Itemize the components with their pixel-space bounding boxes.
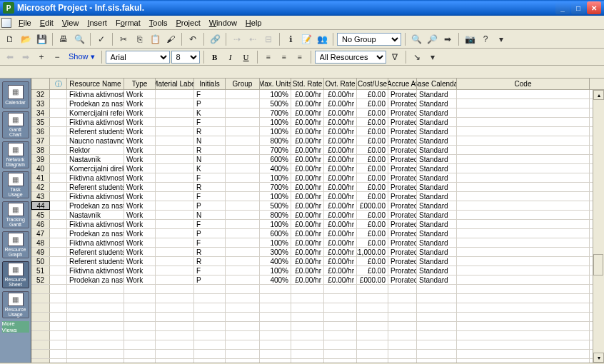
cell-group[interactable] bbox=[226, 192, 260, 201]
cell-max-units[interactable]: 100% bbox=[260, 90, 291, 98]
cell-base-calendar[interactable]: Standard bbox=[417, 90, 457, 98]
cell-std-rate[interactable]: £0.00/hr bbox=[291, 173, 324, 182]
cell-code[interactable] bbox=[457, 183, 590, 191]
row-header[interactable]: 32 bbox=[31, 90, 50, 98]
cell-accrue[interactable]: Prorated bbox=[388, 136, 417, 145]
cell-group[interactable] bbox=[226, 248, 260, 256]
cell-material-label[interactable] bbox=[156, 99, 194, 108]
cell-resource-name[interactable]: Nastavnik bbox=[67, 155, 124, 163]
cell-initials[interactable]: R bbox=[194, 146, 226, 154]
cell-code[interactable] bbox=[457, 257, 590, 266]
cell-base-calendar[interactable]: Standard bbox=[417, 127, 457, 136]
cell-ovt-rate[interactable]: £0.00/hr bbox=[324, 238, 357, 247]
table-row[interactable]: 49Referent studentske sWorkR300%£0.00/hr… bbox=[31, 248, 604, 257]
view-gantt-chart[interactable]: ▦Gantt Chart bbox=[2, 111, 29, 138]
view-resource-graph[interactable]: ▦Resource Graph bbox=[2, 231, 29, 258]
cell-cost-use[interactable]: £0.00 bbox=[357, 90, 388, 98]
row-header[interactable]: 37 bbox=[31, 136, 50, 145]
cell-material-label[interactable] bbox=[156, 155, 194, 163]
cell-resource-name[interactable]: Fiktivna aktivnost bbox=[67, 266, 124, 275]
cell-type[interactable]: Work bbox=[124, 211, 156, 219]
cell-max-units[interactable]: 400% bbox=[260, 257, 291, 266]
cell-initials[interactable]: P bbox=[194, 99, 226, 108]
cell-resource-name[interactable]: Fiktivna aktivnost bbox=[67, 118, 124, 126]
cell-initials[interactable]: P bbox=[194, 275, 226, 284]
cell-std-rate[interactable]: £0.00/hr bbox=[291, 164, 324, 173]
cell-cost-use[interactable]: £0.00 bbox=[357, 192, 388, 201]
cell-indicator[interactable] bbox=[50, 229, 67, 238]
cell-cost-use[interactable]: £0.00 bbox=[357, 164, 388, 173]
cell-ovt-rate[interactable]: £0.00/hr bbox=[324, 155, 357, 163]
size-select[interactable]: 8 bbox=[171, 51, 200, 64]
cell-initials[interactable]: F bbox=[194, 173, 226, 182]
cell-indicator[interactable] bbox=[50, 248, 67, 256]
view-resource-sheet[interactable]: ▦Resource Sheet bbox=[2, 261, 29, 288]
row-header[interactable] bbox=[31, 331, 50, 340]
table-row[interactable]: 32Fiktivna aktivnostWorkF100%£0.00/hr£0.… bbox=[31, 90, 604, 99]
link-tasks-button[interactable]: ⇢ bbox=[230, 32, 244, 46]
table-row-empty[interactable] bbox=[31, 350, 604, 359]
select-all-header[interactable] bbox=[31, 79, 50, 89]
cell-material-label[interactable] bbox=[156, 211, 194, 219]
table-row-empty[interactable] bbox=[31, 303, 604, 313]
cell-initials[interactable]: R bbox=[194, 183, 226, 191]
help-button[interactable]: ? bbox=[478, 32, 493, 46]
table-row-empty[interactable] bbox=[31, 294, 604, 303]
row-header[interactable] bbox=[31, 313, 50, 321]
cell-ovt-rate[interactable]: £0.00/hr bbox=[324, 257, 357, 266]
cell-group[interactable] bbox=[226, 155, 260, 163]
row-header[interactable]: 49 bbox=[31, 248, 50, 256]
cell-initials[interactable]: F bbox=[194, 192, 226, 201]
cell-accrue[interactable]: Prorated bbox=[388, 99, 417, 108]
col-group[interactable]: Group bbox=[226, 79, 260, 89]
menu-view[interactable]: View bbox=[58, 17, 84, 29]
cell-base-calendar[interactable]: Standard bbox=[417, 118, 457, 126]
cell-code[interactable] bbox=[457, 248, 590, 256]
autofilter-button[interactable]: ∇ bbox=[388, 50, 402, 64]
toolbar-options-button[interactable]: ▾ bbox=[494, 32, 508, 46]
entry-bar[interactable] bbox=[0, 66, 604, 79]
vertical-scrollbar[interactable]: ▴ ▾ bbox=[593, 90, 604, 363]
cell-type[interactable]: Work bbox=[124, 201, 156, 210]
cell-ovt-rate[interactable]: £0.00/hr bbox=[324, 229, 357, 238]
cell-max-units[interactable]: 100% bbox=[260, 192, 291, 201]
cell-cost-use[interactable]: £0.00 bbox=[357, 127, 388, 136]
cell-ovt-rate[interactable]: £0.00/hr bbox=[324, 266, 357, 275]
split-task-button[interactable]: ⊟ bbox=[261, 32, 276, 46]
print-preview-button[interactable]: 🔍 bbox=[72, 32, 86, 46]
cell-base-calendar[interactable]: Standard bbox=[417, 257, 457, 266]
col-max-units[interactable]: Max. Units bbox=[260, 79, 291, 89]
col-code[interactable]: Code bbox=[457, 79, 590, 89]
cell-accrue[interactable]: Prorated bbox=[388, 257, 417, 266]
cell-cost-use[interactable]: £0.00 bbox=[357, 211, 388, 219]
cell-group[interactable] bbox=[226, 136, 260, 145]
cell-std-rate[interactable]: £0.00/hr bbox=[291, 127, 324, 136]
cell-ovt-rate[interactable]: £0.00/hr bbox=[324, 248, 357, 256]
menu-help[interactable]: Help bbox=[241, 17, 266, 29]
view-network-diagram[interactable]: ▦Network Diagram bbox=[2, 141, 29, 168]
cell-base-calendar[interactable]: Standard bbox=[417, 220, 457, 228]
cell-indicator[interactable] bbox=[50, 257, 67, 266]
cell-std-rate[interactable]: £0.00/hr bbox=[291, 90, 324, 98]
cell-indicator[interactable] bbox=[50, 90, 67, 98]
cell-resource-name[interactable]: Fiktivna aktivnost bbox=[67, 220, 124, 228]
cell-std-rate[interactable]: £0.00/hr bbox=[291, 275, 324, 284]
cell-std-rate[interactable]: £0.00/hr bbox=[291, 220, 324, 228]
cell-max-units[interactable]: 400% bbox=[260, 275, 291, 284]
row-header[interactable]: 51 bbox=[31, 266, 50, 275]
cell-indicator[interactable] bbox=[50, 127, 67, 136]
show-subtasks-button[interactable]: + bbox=[34, 50, 49, 64]
cell-initials[interactable]: K bbox=[194, 164, 226, 173]
cell-max-units[interactable]: 100% bbox=[260, 173, 291, 182]
cell-accrue[interactable]: Prorated bbox=[388, 183, 417, 191]
cell-max-units[interactable]: 100% bbox=[260, 220, 291, 228]
cell-base-calendar[interactable]: Standard bbox=[417, 248, 457, 256]
menu-format[interactable]: Format bbox=[111, 17, 145, 29]
table-row[interactable]: 41Fiktivna aktivnostWorkF100%£0.00/hr£0.… bbox=[31, 173, 604, 183]
cell-max-units[interactable]: 700% bbox=[260, 146, 291, 154]
cell-resource-name[interactable]: Prodekan za nastavu bbox=[67, 275, 124, 284]
cell-code[interactable] bbox=[457, 155, 590, 163]
cell-max-units[interactable]: 100% bbox=[260, 127, 291, 136]
cut-button[interactable]: ✂ bbox=[116, 32, 131, 46]
cell-indicator[interactable] bbox=[50, 164, 67, 173]
